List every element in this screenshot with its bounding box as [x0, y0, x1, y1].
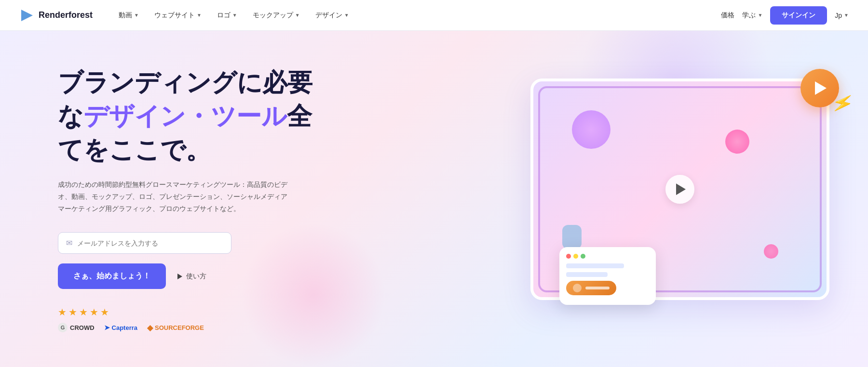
- cta-button[interactable]: さぁ、始めましょう！: [58, 263, 166, 289]
- card-pill-badge: [566, 281, 616, 295]
- chevron-down-icon: ▼: [758, 13, 762, 18]
- hero-title: ブランディングに必要 なデザイン・ツール全 てをここで。: [58, 66, 357, 167]
- hero-description: 成功のための時間節約型無料グロースマーケティングツール：高品質のビデオ、動画、モ…: [58, 179, 289, 215]
- sourceforge-icon: ◆: [147, 323, 153, 332]
- star-5: ★: [100, 306, 109, 318]
- star-1: ★: [58, 306, 67, 318]
- signin-button[interactable]: サインイン: [770, 6, 827, 25]
- hero-section: ブランディングに必要 なデザイン・ツール全 てをここで。 成功のための時間節約型…: [0, 31, 868, 367]
- nav-item-logo[interactable]: ロゴ ▼: [210, 7, 244, 24]
- chevron-down-icon: ▼: [344, 13, 349, 18]
- card-content-line-2: [566, 272, 608, 277]
- window-minimize-dot: [573, 254, 578, 259]
- logo-text: Renderforest: [39, 10, 93, 20]
- nav-item-website[interactable]: ウェブサイト ▼: [148, 7, 208, 24]
- g-icon: G: [58, 323, 68, 332]
- stars-rating: ★ ★ ★ ★ ★: [58, 306, 357, 318]
- screen-play-icon: [676, 184, 686, 195]
- screen-play-button[interactable]: [665, 175, 694, 204]
- blob-pink: [725, 130, 749, 154]
- play-icon: [177, 274, 182, 279]
- floating-card: [559, 247, 656, 305]
- chevron-down-icon: ▼: [844, 13, 849, 18]
- window-maximize-dot: [581, 254, 585, 259]
- chevron-down-icon: ▼: [232, 13, 237, 18]
- play-triangle-icon: [815, 81, 827, 95]
- email-input-container[interactable]: ✉: [58, 232, 231, 254]
- price-link[interactable]: 価格: [721, 11, 734, 20]
- card-pill-text: [585, 287, 610, 289]
- how-it-works-link[interactable]: 使い方: [177, 272, 206, 281]
- email-icon: ✉: [66, 238, 72, 248]
- hero-illustration: ⚡: [357, 54, 868, 343]
- badge-crowd: G CROWD: [58, 323, 95, 332]
- lightning-icon: ⚡: [829, 91, 855, 116]
- star-2: ★: [68, 306, 77, 318]
- logo-icon: [19, 8, 35, 23]
- logo[interactable]: Renderforest: [19, 8, 93, 23]
- capterra-arrow-icon: ➤: [104, 324, 110, 331]
- card-window-controls: [566, 254, 649, 259]
- svg-marker-0: [21, 10, 33, 21]
- chevron-down-icon: ▼: [197, 13, 202, 18]
- language-selector[interactable]: Jp ▼: [835, 12, 849, 19]
- nav-item-video[interactable]: 動画 ▼: [112, 7, 146, 24]
- header-right: 価格 学ぶ ▼ サインイン Jp ▼: [721, 6, 849, 25]
- card-content-line-1: [566, 263, 624, 268]
- chevron-down-icon: ▼: [295, 13, 300, 18]
- trust-badges: G CROWD ➤ Capterra ◆ SOURCEFORGE: [58, 323, 357, 332]
- chevron-down-icon: ▼: [134, 13, 139, 18]
- email-input[interactable]: [77, 239, 223, 247]
- learn-dropdown[interactable]: 学ぶ ▼: [742, 11, 762, 20]
- nav-item-design[interactable]: デザイン ▼: [309, 7, 356, 24]
- nav-item-mockup[interactable]: モックアップ ▼: [246, 7, 307, 24]
- blob-pink-small: [764, 244, 778, 259]
- badge-sourceforge: ◆ SOURCEFORGE: [147, 323, 204, 332]
- star-3: ★: [79, 306, 88, 318]
- star-4: ★: [90, 306, 98, 318]
- card-pill-circle: [573, 284, 582, 292]
- badge-capterra: ➤ Capterra: [104, 324, 137, 331]
- window-close-dot: [566, 254, 571, 259]
- blob-teal: [562, 225, 582, 249]
- hero-content: ブランディングに必要 なデザイン・ツール全 てをここで。 成功のための時間節約型…: [58, 66, 357, 332]
- main-nav: 動画 ▼ ウェブサイト ▼ ロゴ ▼ モックアップ ▼ デザイン ▼: [112, 7, 721, 24]
- header: Renderforest 動画 ▼ ウェブサイト ▼ ロゴ ▼ モックアップ ▼…: [0, 0, 868, 31]
- blob-purple: [572, 110, 610, 149]
- cta-row: さぁ、始めましょう！ 使い方: [58, 263, 357, 289]
